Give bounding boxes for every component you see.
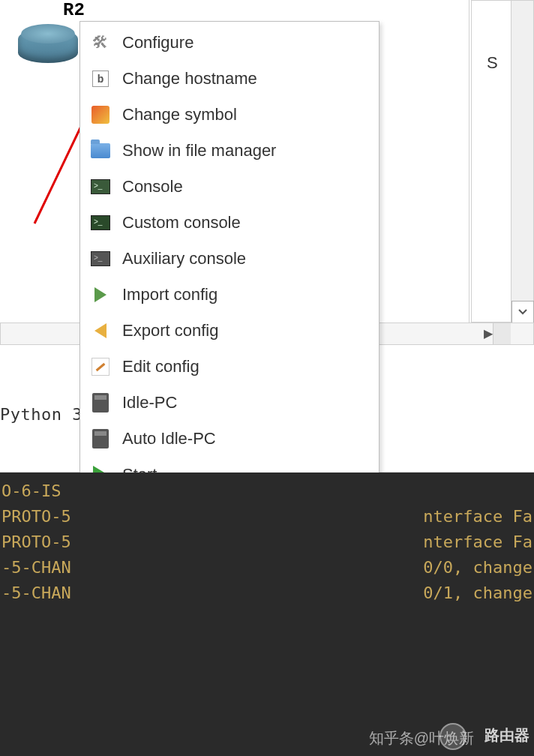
wrench-icon: 🛠	[89, 32, 112, 54]
menu-label: Export config	[122, 321, 218, 340]
menu-edit-config[interactable]: Edit config	[80, 349, 379, 385]
side-panel: S	[471, 0, 534, 322]
rename-icon: b	[89, 68, 112, 90]
console-text: PROTO-5	[2, 530, 71, 555]
menu-auto-idle-pc[interactable]: Auto Idle-PC	[80, 421, 379, 457]
symbol-icon	[89, 104, 112, 126]
scroll-right-icon[interactable]: ▶	[484, 326, 493, 340]
console-text: -5-CHAN	[2, 555, 71, 580]
menu-label: Edit config	[122, 357, 200, 376]
console-text: PROTO-5	[2, 504, 71, 530]
menu-show-in-file-manager[interactable]: Show in file manager	[80, 133, 379, 169]
menu-label: Import config	[122, 285, 218, 304]
menu-change-symbol[interactable]: Change symbol	[80, 97, 379, 133]
menu-label: Auxiliary console	[122, 249, 246, 268]
menu-console[interactable]: Console	[80, 169, 379, 205]
menu-label: Console	[122, 177, 183, 196]
watermark-text: 路由器	[484, 725, 530, 746]
scrollbar-endcap	[493, 323, 511, 344]
calculator-icon	[89, 392, 112, 414]
menu-label: Idle-PC	[122, 393, 177, 412]
menu-import-config[interactable]: Import config	[80, 277, 379, 313]
menu-idle-pc[interactable]: Idle-PC	[80, 385, 379, 421]
menu-export-config[interactable]: Export config	[80, 313, 379, 349]
menu-custom-console[interactable]: Custom console	[80, 205, 379, 241]
watermark-text: 知乎条@叶焕新	[369, 728, 474, 748]
menu-configure[interactable]: 🛠 Configure	[80, 25, 379, 61]
import-icon	[89, 284, 112, 306]
console-icon	[89, 212, 112, 234]
folder-icon	[89, 140, 112, 162]
console-output: O-6-IS PROTO-5nterface Fa PROTO-5nterfac…	[0, 472, 534, 756]
console-text: -5-CHAN	[2, 580, 71, 606]
menu-label: Custom console	[122, 213, 241, 232]
menu-label: Configure	[122, 33, 194, 52]
router-icon[interactable]	[18, 24, 78, 66]
menu-auxiliary-console[interactable]: Auxiliary console	[80, 241, 379, 277]
edit-icon	[89, 356, 112, 378]
console-text: nterface Fa	[423, 530, 532, 555]
aux-console-icon	[89, 248, 112, 270]
export-icon	[89, 320, 112, 342]
calculator-icon	[89, 428, 112, 450]
menu-label: Show in file manager	[122, 141, 276, 160]
console-text: 0/1, change	[423, 580, 532, 606]
menu-change-hostname[interactable]: b Change hostname	[80, 61, 379, 97]
menu-label: Change hostname	[122, 69, 257, 88]
chevron-down-icon[interactable]	[512, 301, 534, 323]
console-text: nterface Fa	[423, 504, 532, 530]
menu-label: Change symbol	[122, 105, 237, 124]
side-panel-letter: S	[487, 53, 498, 73]
vertical-scrollbar[interactable]	[511, 1, 533, 323]
device-label: R2	[63, 0, 85, 20]
console-icon	[89, 176, 112, 198]
console-text: O-6-IS	[2, 478, 61, 504]
console-text: 0/0, change	[423, 555, 532, 580]
menu-label: Auto Idle-PC	[122, 429, 216, 448]
